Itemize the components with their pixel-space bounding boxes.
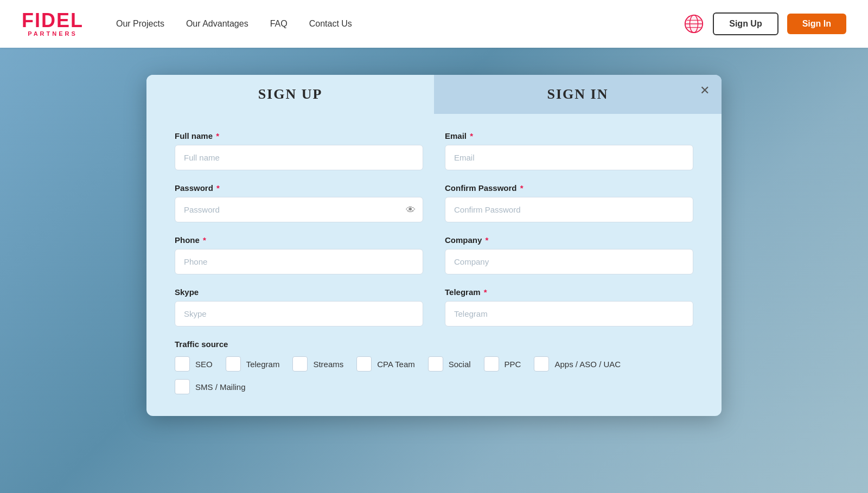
checkbox-social-label: Social bbox=[449, 360, 471, 369]
checkboxes-row-2: SMS / Mailing bbox=[175, 379, 693, 394]
label-fullname: Full name * bbox=[175, 131, 423, 140]
checkbox-apps-aso-uac[interactable]: Apps / ASO / UAC bbox=[534, 356, 621, 372]
checkbox-ppc-box[interactable] bbox=[484, 356, 499, 372]
checkbox-telegram-label: Telegram bbox=[246, 360, 280, 369]
nav-faq[interactable]: FAQ bbox=[270, 19, 288, 29]
company-input[interactable] bbox=[445, 249, 693, 274]
modal-wrapper: ✕ Sign Up Sign In Full name * Email * bbox=[0, 48, 868, 416]
label-phone: Phone * bbox=[175, 235, 423, 245]
nav-our-projects[interactable]: Our Projects bbox=[116, 19, 164, 29]
required-fullname: * bbox=[216, 131, 219, 140]
form-group-company: Company * bbox=[445, 235, 693, 274]
logo: FIDEL PARTNERS bbox=[22, 11, 84, 37]
label-password: Password * bbox=[175, 183, 423, 193]
email-input[interactable] bbox=[445, 145, 693, 170]
checkbox-sms-mailing-box[interactable] bbox=[175, 379, 190, 394]
checkbox-seo[interactable]: SEO bbox=[175, 356, 213, 372]
signin-nav-button[interactable]: Sign In bbox=[787, 14, 846, 34]
label-skype: Skype bbox=[175, 287, 423, 297]
form-group-fullname: Full name * bbox=[175, 131, 423, 170]
tab-signup[interactable]: Sign Up bbox=[146, 75, 434, 114]
form-group-phone: Phone * bbox=[175, 235, 423, 274]
form-group-confirm-password: Confirm Password * bbox=[445, 183, 693, 222]
close-button[interactable]: ✕ bbox=[700, 85, 710, 97]
checkbox-streams[interactable]: Streams bbox=[292, 356, 343, 372]
svg-point-5 bbox=[685, 15, 703, 33]
phone-input[interactable] bbox=[175, 249, 423, 274]
form-group-email: Email * bbox=[445, 131, 693, 170]
required-company: * bbox=[486, 235, 489, 245]
checkbox-cpa-team-box[interactable] bbox=[356, 356, 372, 372]
modal: ✕ Sign Up Sign In Full name * Email * bbox=[146, 75, 722, 416]
navbar: FIDEL PARTNERS Our Projects Our Advantag… bbox=[0, 0, 868, 48]
form-group-skype: Skype bbox=[175, 287, 423, 326]
globe-icon[interactable] bbox=[684, 14, 704, 34]
checkbox-sms-mailing-label: SMS / Mailing bbox=[195, 382, 246, 392]
nav-contact-us[interactable]: Contact Us bbox=[309, 19, 352, 29]
required-confirm-password: * bbox=[520, 183, 524, 193]
confirm-password-input[interactable] bbox=[445, 197, 693, 222]
checkbox-streams-label: Streams bbox=[313, 360, 343, 369]
checkbox-ppc-label: PPC bbox=[505, 360, 521, 369]
password-wrapper: 👁 bbox=[175, 197, 423, 222]
telegram-input[interactable] bbox=[445, 301, 693, 326]
checkbox-telegram-box[interactable] bbox=[226, 356, 241, 372]
checkbox-ppc[interactable]: PPC bbox=[484, 356, 521, 372]
checkbox-cpa-team[interactable]: CPA Team bbox=[356, 356, 414, 372]
traffic-section: Traffic source SEO Telegram Streams bbox=[175, 340, 693, 394]
required-email: * bbox=[470, 131, 473, 140]
checkbox-cpa-team-label: CPA Team bbox=[377, 360, 414, 369]
form-grid: Full name * Email * Password * 👁 bbox=[175, 131, 693, 326]
required-phone: * bbox=[203, 235, 206, 245]
password-input[interactable] bbox=[175, 197, 423, 222]
traffic-label: Traffic source bbox=[175, 340, 693, 349]
nav-our-advantages[interactable]: Our Advantages bbox=[186, 19, 248, 29]
modal-tabs: Sign Up Sign In bbox=[146, 75, 722, 114]
skype-input[interactable] bbox=[175, 301, 423, 326]
tab-signin[interactable]: Sign In bbox=[434, 75, 722, 114]
checkbox-streams-box[interactable] bbox=[292, 356, 308, 372]
form-group-telegram: Telegram * bbox=[445, 287, 693, 326]
label-email: Email * bbox=[445, 131, 693, 140]
form-group-password: Password * 👁 bbox=[175, 183, 423, 222]
eye-icon[interactable]: 👁 bbox=[406, 204, 416, 215]
nav-links: Our Projects Our Advantages FAQ Contact … bbox=[116, 19, 684, 29]
checkbox-apps-aso-uac-box[interactable] bbox=[534, 356, 549, 372]
label-confirm-password: Confirm Password * bbox=[445, 183, 693, 193]
checkbox-apps-aso-uac-label: Apps / ASO / UAC bbox=[554, 360, 621, 369]
fullname-input[interactable] bbox=[175, 145, 423, 170]
checkbox-social[interactable]: Social bbox=[428, 356, 471, 372]
checkbox-seo-box[interactable] bbox=[175, 356, 190, 372]
modal-body: Full name * Email * Password * 👁 bbox=[146, 114, 722, 416]
label-telegram: Telegram * bbox=[445, 287, 693, 297]
label-company: Company * bbox=[445, 235, 693, 245]
logo-fidel: FIDEL bbox=[22, 11, 84, 30]
required-password: * bbox=[216, 183, 220, 193]
checkboxes-row: SEO Telegram Streams CPA Team bbox=[175, 356, 693, 372]
checkbox-sms-mailing[interactable]: SMS / Mailing bbox=[175, 379, 246, 394]
checkbox-telegram[interactable]: Telegram bbox=[226, 356, 280, 372]
signup-nav-button[interactable]: Sign Up bbox=[713, 12, 778, 35]
checkbox-social-box[interactable] bbox=[428, 356, 443, 372]
nav-actions: Sign Up Sign In bbox=[684, 12, 846, 35]
logo-partners: PARTNERS bbox=[22, 30, 84, 37]
checkbox-seo-label: SEO bbox=[195, 360, 213, 369]
required-telegram: * bbox=[484, 287, 487, 297]
